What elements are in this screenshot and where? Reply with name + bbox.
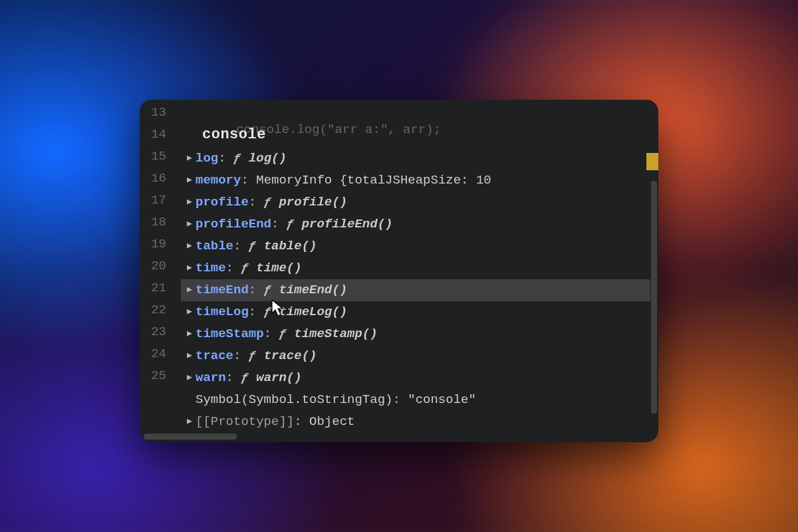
property-func: timeStamp() <box>294 323 377 345</box>
line-number-gutter: 13 14 15 16 17 18 19 20 21 22 23 24 25 <box>140 100 176 387</box>
property-name: timeLog <box>196 301 249 323</box>
expand-triangle-icon[interactable]: ▶ <box>184 323 196 344</box>
expand-triangle-icon[interactable]: ▶ <box>184 257 196 279</box>
property-row-time[interactable]: ▶ time: ƒ time() <box>181 257 650 279</box>
expand-triangle-icon[interactable]: ▶ <box>184 191 196 213</box>
property-row-trace[interactable]: ▶ trace: ƒ trace() <box>181 345 650 367</box>
property-func: profile() <box>279 192 347 213</box>
property-func: timeLog() <box>279 301 347 323</box>
property-name: timeEnd <box>196 279 249 301</box>
line-number: 15 <box>140 146 176 168</box>
inspector-header[interactable]: console <box>202 124 266 146</box>
property-row-profileend[interactable]: ▶ profileEnd: ƒ profileEnd() <box>181 213 650 235</box>
property-name: trace <box>196 345 233 367</box>
property-row-warn[interactable]: ▶ warn: ƒ warn() <box>181 367 650 389</box>
token-dot: . <box>289 122 297 137</box>
property-name: profile <box>196 192 249 213</box>
code-area: 13 14 15 16 17 18 19 20 21 22 23 24 25 c… <box>140 100 658 442</box>
property-func: profileEnd() <box>302 213 393 235</box>
expand-triangle-icon[interactable]: ▶ <box>184 344 196 366</box>
expand-triangle-icon[interactable]: ▶ <box>184 301 196 323</box>
line-number: 25 <box>140 365 176 387</box>
property-func: trace() <box>264 345 317 367</box>
property-row-timestamp[interactable]: ▶ timeStamp: ƒ timeStamp() <box>181 323 650 345</box>
line-number: 14 <box>140 124 176 146</box>
property-name: timeStamp <box>196 323 264 345</box>
property-name: memory <box>196 170 241 192</box>
property-value: Object <box>309 411 354 433</box>
line-number: 23 <box>140 321 176 343</box>
property-name: log <box>196 148 218 170</box>
property-name: [[Prototype]] <box>196 411 294 433</box>
line-number: 17 <box>140 190 176 211</box>
property-inline: {totalJSHeapSize: 10 <box>332 170 491 192</box>
property-row-table[interactable]: ▶ table: ƒ table() <box>181 235 650 257</box>
expand-triangle-icon[interactable]: ▶ <box>184 410 196 432</box>
property-name: table <box>196 235 233 257</box>
line-number: 24 <box>140 343 176 365</box>
line-number: 20 <box>140 255 176 277</box>
inspector-property-list: ▶ log: ƒ log() ▶ memory: MemoryInfo {tot… <box>181 148 650 433</box>
code-line-13[interactable]: console.log("arr a:", arr); <box>176 102 658 122</box>
expand-triangle-icon[interactable]: ▶ <box>184 169 196 191</box>
property-row-log[interactable]: ▶ log: ƒ log() <box>181 148 650 170</box>
line-number: 18 <box>140 211 176 233</box>
line-number: 19 <box>140 233 176 255</box>
property-name: Symbol(Symbol.toStringTag) <box>196 389 392 411</box>
property-func: timeEnd() <box>279 279 347 301</box>
property-name: time <box>196 257 226 279</box>
expand-triangle-icon[interactable]: ▶ <box>184 147 196 169</box>
property-row-timelog[interactable]: ▶ timeLog: ƒ timeLog() <box>181 301 650 323</box>
property-name: profileEnd <box>196 213 271 235</box>
token-rest: , arr); <box>388 122 441 137</box>
expand-triangle-icon[interactable]: ▶ <box>184 279 196 301</box>
editor-window: 13 14 15 16 17 18 19 20 21 22 23 24 25 c… <box>140 100 658 442</box>
property-value: "console" <box>408 389 476 411</box>
editor-content[interactable]: console.log("arr a:", arr); console ▶ lo… <box>176 100 658 122</box>
line-number: 21 <box>140 277 176 299</box>
horizontal-scrollbar[interactable] <box>144 434 237 440</box>
property-row-profile[interactable]: ▶ profile: ƒ profile() <box>181 192 650 213</box>
property-type: MemoryInfo <box>256 170 332 192</box>
property-func: log() <box>249 148 287 170</box>
expand-triangle-icon[interactable]: ▶ <box>184 366 196 388</box>
property-func: warn() <box>256 367 301 389</box>
property-row-timeend[interactable]: ▶ timeEnd: ƒ timeEnd() <box>181 279 650 301</box>
line-number: 22 <box>140 299 176 321</box>
expand-triangle-icon[interactable]: ▶ <box>184 213 196 235</box>
vertical-scrollbar[interactable] <box>651 181 657 414</box>
expand-triangle-icon[interactable]: ▶ <box>184 235 196 257</box>
property-row-prototype[interactable]: ▶ [[Prototype]]: Object <box>181 411 650 433</box>
line-number: 16 <box>140 168 176 190</box>
property-name: warn <box>196 367 226 389</box>
token-string: "arr a:" <box>327 122 388 137</box>
property-func: table() <box>264 235 317 257</box>
property-row-symbol[interactable]: ▶ Symbol(Symbol.toStringTag): "console" <box>181 389 650 411</box>
line-number: 13 <box>140 102 176 124</box>
token-function: log( <box>297 122 327 137</box>
property-func: time() <box>256 257 301 279</box>
property-row-memory[interactable]: ▶ memory: MemoryInfo {totalJSHeapSize: 1… <box>181 170 650 192</box>
